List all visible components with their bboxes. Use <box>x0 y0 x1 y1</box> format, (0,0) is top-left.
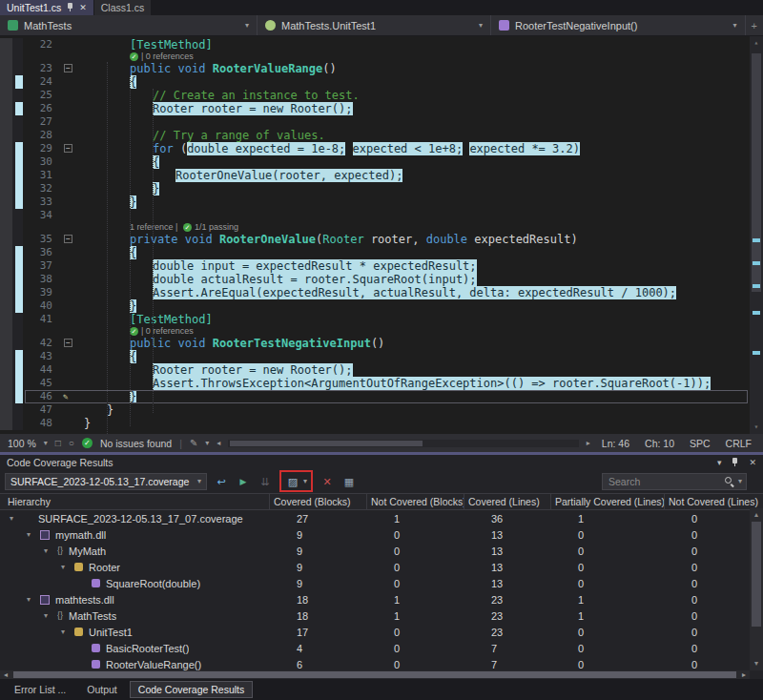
export-results-icon[interactable]: ▶ <box>236 473 251 490</box>
coverage-row[interactable]: BasicRooterTest()40700 <box>0 640 763 656</box>
code-line[interactable]: 32} <box>0 182 763 196</box>
code-line[interactable]: 29−for (double expected = 1e-8; expected… <box>0 142 763 155</box>
code-line[interactable]: 33} <box>0 196 763 209</box>
code-cleanup-icon[interactable]: ✎ <box>190 438 197 448</box>
search-input[interactable] <box>607 475 720 488</box>
tree-expander-icon[interactable]: ▾ <box>10 514 23 523</box>
notifications-icon[interactable]: ○ <box>69 438 74 448</box>
scrollbar-thumb[interactable] <box>230 441 423 446</box>
chevron-down-icon[interactable]: ▾ <box>205 439 209 447</box>
code-line[interactable]: 30{ <box>0 155 763 169</box>
health-status-text[interactable]: No issues found <box>100 438 172 449</box>
code-line[interactable]: 45Assert.ThrowsException<ArgumentOutOfRa… <box>0 377 763 390</box>
import-results-icon[interactable]: ↩ <box>214 473 229 490</box>
tab-error-list[interactable]: Error List ... <box>6 681 74 698</box>
search-icon[interactable] <box>724 476 734 486</box>
line-indicator[interactable]: Ln: 46 <box>602 438 629 449</box>
code-line[interactable]: 37double input = expectedResult * expect… <box>0 259 763 273</box>
type-dropdown[interactable]: MathTests.UnitTest1 ▾ <box>258 15 491 35</box>
code-line[interactable]: 26Rooter rooter = new Rooter(); <box>0 102 763 115</box>
code-line[interactable]: 22[TestMethod] <box>0 38 763 51</box>
code-line[interactable]: 38double actualResult = rooter.SquareRoo… <box>0 273 763 286</box>
column-header-not-covered-blocks[interactable]: Not Covered (Blocks) <box>367 494 464 509</box>
scroll-right-icon[interactable]: ▸ <box>587 439 590 447</box>
pin-icon[interactable] <box>66 3 74 12</box>
coverage-row[interactable]: ▾mathtests.dll1812310 <box>0 591 763 607</box>
close-icon[interactable]: ✕ <box>79 4 87 12</box>
tab-output[interactable]: Output <box>78 681 126 698</box>
code-line[interactable]: 44Rooter rooter = new Rooter(); <box>0 363 763 377</box>
collapse-region-icon[interactable]: − <box>64 64 72 72</box>
tab-unittest1[interactable]: UnitTest1.cs ✕ <box>0 0 93 15</box>
code-line[interactable]: 47} <box>0 403 763 417</box>
code-line[interactable]: 28// Try a range of values. <box>0 129 763 142</box>
column-header-not-covered-lines[interactable]: Not Covered (Lines) <box>665 494 763 509</box>
tree-expander-icon[interactable]: ▾ <box>44 546 57 555</box>
document-outline-icon[interactable]: □ <box>55 438 61 448</box>
tab-code-coverage-results[interactable]: Code Coverage Results <box>130 681 253 698</box>
member-dropdown[interactable]: RooterTestNegativeInput() ▾ <box>491 15 746 35</box>
code-line[interactable]: 23−public void RooterValueRange() <box>0 62 763 75</box>
code-line[interactable]: 25// Create an instance to test. <box>0 89 763 102</box>
scroll-left-icon[interactable]: ◂ <box>217 439 220 447</box>
code-line[interactable]: 42−public void RooterTestNegativeInput() <box>0 337 763 350</box>
scrollbar-thumb[interactable] <box>752 53 761 292</box>
show-coverage-columns-icon[interactable]: ▦ <box>341 473 357 490</box>
line-endings-indicator[interactable]: CRLF <box>726 438 752 449</box>
tree-expander-icon[interactable]: ▾ <box>27 530 40 539</box>
code-line[interactable]: 48} <box>0 417 763 430</box>
scrollbar-thumb[interactable] <box>13 671 736 678</box>
code-line[interactable]: 27 <box>0 115 763 129</box>
scroll-right-icon[interactable]: ▸ <box>738 670 750 679</box>
chevron-down-icon[interactable]: ▾ <box>738 477 742 485</box>
spaces-indicator[interactable]: SPC <box>690 438 711 449</box>
code-line[interactable]: 24{ <box>0 75 763 89</box>
code-line[interactable]: 40} <box>0 299 763 313</box>
show-code-coverage-coloring-icon[interactable]: ▨ <box>285 473 300 490</box>
collapse-region-icon[interactable]: − <box>64 144 72 153</box>
editor-vertical-scrollbar[interactable]: ▴ ▾ <box>750 36 763 434</box>
code-editor[interactable]: 22[TestMethod]✓| 0 references23−public v… <box>0 36 763 434</box>
remove-coverage-icon[interactable]: ✕ <box>320 473 335 490</box>
code-line[interactable]: 46✎} <box>0 390 763 403</box>
panel-title-bar[interactable]: Code Coverage Results ▾ ✕ <box>0 455 763 469</box>
scrollbar-thumb[interactable] <box>752 522 761 627</box>
column-header-partially-covered-lines[interactable]: Partially Covered (Lines) <box>551 494 665 509</box>
coverage-row[interactable]: ▾{}MathTests1812310 <box>0 607 763 624</box>
column-header-hierarchy[interactable]: Hierarchy <box>0 494 270 509</box>
tab-class1[interactable]: Class1.cs <box>94 0 152 15</box>
scroll-down-icon[interactable]: ▾ <box>750 422 763 433</box>
coverage-row[interactable]: SquareRoot(double)901300 <box>0 575 763 591</box>
code-line[interactable]: 43{ <box>0 350 763 363</box>
code-line[interactable]: 39Assert.AreEqual(expectedResult, actual… <box>0 286 763 299</box>
code-line[interactable]: 34 <box>0 209 763 222</box>
panel-vertical-scrollbar[interactable]: ▴ ▾ <box>750 508 763 670</box>
editor-horizontal-scrollbar[interactable] <box>228 440 578 447</box>
code-line[interactable]: 41[TestMethod] <box>0 313 763 326</box>
result-set-dropdown[interactable]: SURFACE_2023-12-05.13_17.coverage ▾ <box>5 473 207 490</box>
project-dropdown[interactable]: MathTests ▾ <box>0 15 258 35</box>
coverage-row[interactable]: ▾SURFACE_2023-12-05.13_17_07.coverage271… <box>0 510 763 526</box>
scroll-up-icon[interactable]: ▴ <box>750 37 763 49</box>
code-line[interactable]: 36{ <box>0 246 763 259</box>
zoom-select[interactable]: 100 % <box>8 438 36 449</box>
tree-expander-icon[interactable]: ▾ <box>44 611 57 620</box>
panel-horizontal-scrollbar[interactable]: ◂ ▸ <box>0 670 750 679</box>
pin-icon[interactable] <box>731 458 739 467</box>
window-position-icon[interactable]: ▾ <box>717 458 722 467</box>
coverage-search-box[interactable]: ▾ <box>602 473 747 490</box>
chevron-down-icon[interactable]: ▾ <box>44 439 48 447</box>
column-indicator[interactable]: Ch: 10 <box>645 438 674 449</box>
close-icon[interactable]: ✕ <box>749 458 756 467</box>
plus-icon[interactable]: + <box>746 15 763 35</box>
coverage-row[interactable]: ▾Rooter901300 <box>0 559 763 575</box>
scroll-down-icon[interactable]: ▾ <box>750 658 763 669</box>
code-line[interactable]: 35−private void RooterOneValue(Rooter ro… <box>0 233 763 246</box>
chevron-down-icon[interactable]: ▾ <box>303 477 307 485</box>
collapse-region-icon[interactable]: − <box>64 235 72 243</box>
scroll-up-icon[interactable]: ▴ <box>750 509 763 521</box>
column-header-covered-lines[interactable]: Covered (Lines) <box>464 494 551 509</box>
code-line[interactable]: 31RooterOneValue(rooter, expected); <box>0 169 763 182</box>
column-header-covered-blocks[interactable]: Covered (Blocks) <box>270 494 367 509</box>
tree-expander-icon[interactable]: ▾ <box>61 563 74 571</box>
